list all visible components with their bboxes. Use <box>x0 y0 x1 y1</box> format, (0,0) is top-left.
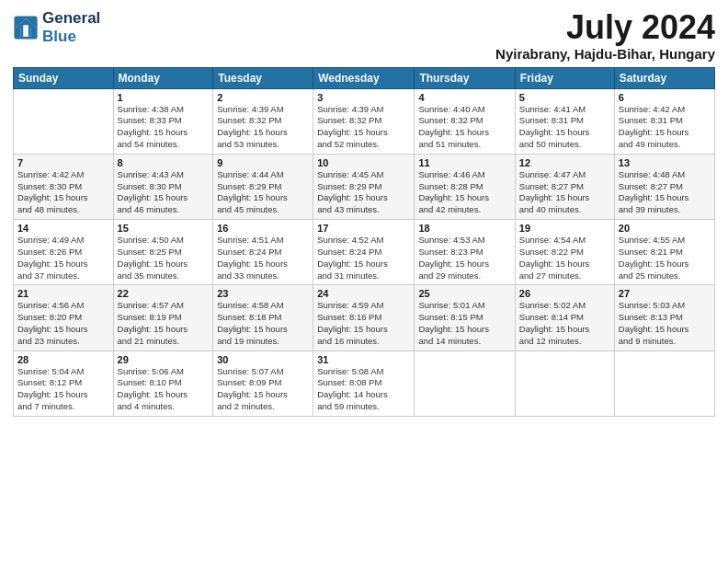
day-info: Sunrise: 4:45 AM Sunset: 8:29 PM Dayligh… <box>317 169 410 216</box>
day-number: 13 <box>619 157 711 168</box>
day-cell: 12Sunrise: 4:47 AM Sunset: 8:27 PM Dayli… <box>515 154 614 219</box>
day-number: 17 <box>317 223 410 234</box>
day-number: 8 <box>118 157 210 168</box>
logo: General Blue <box>13 9 100 45</box>
day-info: Sunrise: 4:49 AM Sunset: 8:26 PM Dayligh… <box>17 235 109 282</box>
day-number: 31 <box>317 354 410 365</box>
day-info: Sunrise: 4:44 AM Sunset: 8:29 PM Dayligh… <box>217 169 309 216</box>
day-number: 11 <box>418 157 510 168</box>
day-cell: 6Sunrise: 4:42 AM Sunset: 8:31 PM Daylig… <box>614 88 714 154</box>
day-number: 2 <box>217 92 309 103</box>
day-cell <box>415 350 515 416</box>
day-cell <box>614 350 714 416</box>
month-title: July 2024 <box>495 9 715 46</box>
day-number: 1 <box>118 92 210 103</box>
day-cell: 24Sunrise: 4:59 AM Sunset: 8:16 PM Dayli… <box>313 285 415 350</box>
day-cell: 28Sunrise: 5:04 AM Sunset: 8:12 PM Dayli… <box>14 350 114 416</box>
day-info: Sunrise: 4:38 AM Sunset: 8:33 PM Dayligh… <box>118 104 210 151</box>
day-cell: 1Sunrise: 4:38 AM Sunset: 8:33 PM Daylig… <box>113 88 213 154</box>
day-cell: 22Sunrise: 4:57 AM Sunset: 8:19 PM Dayli… <box>113 285 213 350</box>
day-info: Sunrise: 4:53 AM Sunset: 8:23 PM Dayligh… <box>418 235 510 282</box>
day-info: Sunrise: 5:04 AM Sunset: 8:12 PM Dayligh… <box>17 366 109 413</box>
day-info: Sunrise: 4:52 AM Sunset: 8:24 PM Dayligh… <box>317 235 410 282</box>
day-info: Sunrise: 4:43 AM Sunset: 8:30 PM Dayligh… <box>118 169 210 216</box>
day-info: Sunrise: 4:50 AM Sunset: 8:25 PM Dayligh… <box>118 235 210 282</box>
col-friday: Friday <box>515 67 614 88</box>
day-cell: 10Sunrise: 4:45 AM Sunset: 8:29 PM Dayli… <box>313 154 415 219</box>
day-number: 9 <box>217 157 309 168</box>
day-info: Sunrise: 5:01 AM Sunset: 8:15 PM Dayligh… <box>418 300 510 347</box>
day-cell: 4Sunrise: 4:40 AM Sunset: 8:32 PM Daylig… <box>415 88 515 154</box>
day-info: Sunrise: 4:55 AM Sunset: 8:21 PM Dayligh… <box>619 235 711 282</box>
title-block: July 2024 Nyirabrany, Hajdu-Bihar, Hunga… <box>495 9 715 62</box>
day-number: 29 <box>118 354 210 365</box>
day-cell: 21Sunrise: 4:56 AM Sunset: 8:20 PM Dayli… <box>14 285 114 350</box>
col-saturday: Saturday <box>614 67 714 88</box>
header-row: Sunday Monday Tuesday Wednesday Thursday… <box>14 67 715 88</box>
col-tuesday: Tuesday <box>213 67 313 88</box>
day-info: Sunrise: 4:46 AM Sunset: 8:28 PM Dayligh… <box>418 169 510 216</box>
day-cell: 8Sunrise: 4:43 AM Sunset: 8:30 PM Daylig… <box>113 154 213 219</box>
day-number: 28 <box>17 354 109 365</box>
col-monday: Monday <box>113 67 213 88</box>
day-cell: 17Sunrise: 4:52 AM Sunset: 8:24 PM Dayli… <box>313 220 415 285</box>
day-number: 14 <box>17 223 109 234</box>
day-info: Sunrise: 4:57 AM Sunset: 8:19 PM Dayligh… <box>118 300 210 347</box>
day-cell: 27Sunrise: 5:03 AM Sunset: 8:13 PM Dayli… <box>614 285 714 350</box>
day-cell <box>14 88 114 154</box>
day-cell: 16Sunrise: 4:51 AM Sunset: 8:24 PM Dayli… <box>213 220 313 285</box>
day-info: Sunrise: 4:59 AM Sunset: 8:16 PM Dayligh… <box>317 300 410 347</box>
day-info: Sunrise: 4:42 AM Sunset: 8:30 PM Dayligh… <box>17 169 109 216</box>
day-info: Sunrise: 4:56 AM Sunset: 8:20 PM Dayligh… <box>17 300 109 347</box>
day-number: 12 <box>519 157 610 168</box>
day-info: Sunrise: 5:08 AM Sunset: 8:08 PM Dayligh… <box>317 366 410 413</box>
day-cell: 3Sunrise: 4:39 AM Sunset: 8:32 PM Daylig… <box>313 88 415 154</box>
day-info: Sunrise: 4:54 AM Sunset: 8:22 PM Dayligh… <box>519 235 610 282</box>
day-info: Sunrise: 5:02 AM Sunset: 8:14 PM Dayligh… <box>519 300 610 347</box>
day-info: Sunrise: 4:39 AM Sunset: 8:32 PM Dayligh… <box>317 104 410 151</box>
logo-icon <box>13 15 39 40</box>
day-number: 7 <box>17 157 109 168</box>
day-number: 22 <box>118 288 210 299</box>
page: General Blue July 2024 Nyirabrany, Hajdu… <box>0 0 728 563</box>
day-cell: 2Sunrise: 4:39 AM Sunset: 8:32 PM Daylig… <box>213 88 313 154</box>
day-cell: 18Sunrise: 4:53 AM Sunset: 8:23 PM Dayli… <box>415 220 515 285</box>
day-info: Sunrise: 5:06 AM Sunset: 8:10 PM Dayligh… <box>118 366 210 413</box>
day-number: 10 <box>317 157 410 168</box>
day-cell: 31Sunrise: 5:08 AM Sunset: 8:08 PM Dayli… <box>313 350 415 416</box>
day-cell <box>515 350 614 416</box>
day-info: Sunrise: 4:48 AM Sunset: 8:27 PM Dayligh… <box>619 169 711 216</box>
calendar-table: Sunday Monday Tuesday Wednesday Thursday… <box>13 67 715 417</box>
day-number: 25 <box>418 288 510 299</box>
day-number: 30 <box>217 354 309 365</box>
day-number: 24 <box>317 288 410 299</box>
day-number: 4 <box>418 92 510 103</box>
day-cell: 25Sunrise: 5:01 AM Sunset: 8:15 PM Dayli… <box>415 285 515 350</box>
day-cell: 15Sunrise: 4:50 AM Sunset: 8:25 PM Dayli… <box>113 220 213 285</box>
day-cell: 29Sunrise: 5:06 AM Sunset: 8:10 PM Dayli… <box>113 350 213 416</box>
day-number: 18 <box>418 223 510 234</box>
header: General Blue July 2024 Nyirabrany, Hajdu… <box>13 9 715 62</box>
day-number: 3 <box>317 92 410 103</box>
day-cell: 13Sunrise: 4:48 AM Sunset: 8:27 PM Dayli… <box>614 154 714 219</box>
day-info: Sunrise: 4:39 AM Sunset: 8:32 PM Dayligh… <box>217 104 309 151</box>
day-cell: 5Sunrise: 4:41 AM Sunset: 8:31 PM Daylig… <box>515 88 614 154</box>
day-number: 20 <box>619 223 711 234</box>
location: Nyirabrany, Hajdu-Bihar, Hungary <box>495 46 715 62</box>
day-cell: 26Sunrise: 5:02 AM Sunset: 8:14 PM Dayli… <box>515 285 614 350</box>
day-cell: 7Sunrise: 4:42 AM Sunset: 8:30 PM Daylig… <box>14 154 114 219</box>
day-info: Sunrise: 5:03 AM Sunset: 8:13 PM Dayligh… <box>619 300 711 347</box>
day-info: Sunrise: 4:40 AM Sunset: 8:32 PM Dayligh… <box>418 104 510 151</box>
day-info: Sunrise: 4:58 AM Sunset: 8:18 PM Dayligh… <box>217 300 309 347</box>
day-number: 15 <box>118 223 210 234</box>
col-wednesday: Wednesday <box>313 67 415 88</box>
day-cell: 23Sunrise: 4:58 AM Sunset: 8:18 PM Dayli… <box>213 285 313 350</box>
day-number: 21 <box>17 288 109 299</box>
day-number: 27 <box>619 288 711 299</box>
day-info: Sunrise: 4:41 AM Sunset: 8:31 PM Dayligh… <box>519 104 610 151</box>
day-number: 19 <box>519 223 610 234</box>
day-cell: 11Sunrise: 4:46 AM Sunset: 8:28 PM Dayli… <box>415 154 515 219</box>
day-info: Sunrise: 4:47 AM Sunset: 8:27 PM Dayligh… <box>519 169 610 216</box>
day-cell: 30Sunrise: 5:07 AM Sunset: 8:09 PM Dayli… <box>213 350 313 416</box>
day-number: 16 <box>217 223 309 234</box>
